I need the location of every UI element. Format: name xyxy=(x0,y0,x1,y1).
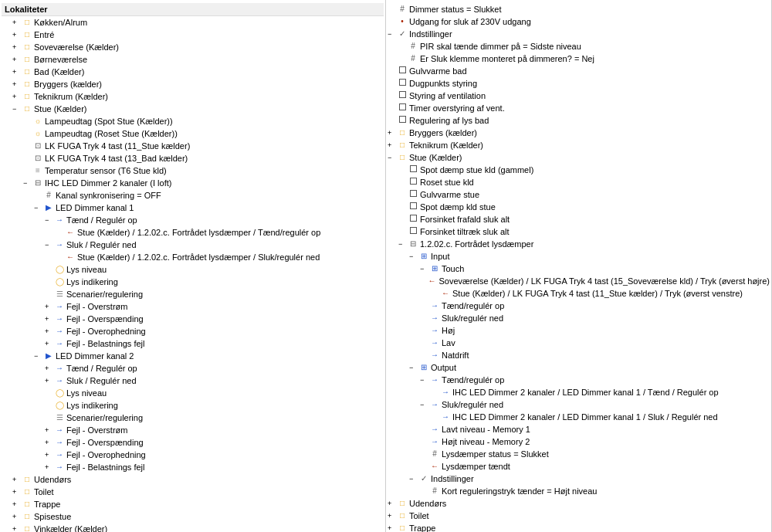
tree-item-forsinket_tiltraek[interactable]: Forsinket tiltræk sluk alt xyxy=(388,225,770,238)
item-label-sluk_ned_r: Sluk/regulér ned xyxy=(442,313,503,324)
tree-item-sluk_reg_ned2[interactable]: +→Sluk / Regulér ned xyxy=(2,374,384,387)
tree-item-roset_stue[interactable]: Roset stue kld xyxy=(388,176,770,188)
tree-item-lysdaemper_taendt[interactable]: ←Lysdæmper tændt xyxy=(388,460,770,473)
tree-item-ihc_dimmer[interactable]: −⊟IHC LED Dimmer 2 kanaler (I loft) xyxy=(2,177,384,189)
right-panel[interactable]: #Dimmer status = Slukket •Udgang for slu… xyxy=(386,0,772,532)
tree-item-spot_daem[interactable]: Spot dæmp stue kld (gammel) xyxy=(388,164,770,176)
tree-item-taend_op_r[interactable]: →Tænd/regulér op xyxy=(388,300,770,312)
tree-item-styring_vent[interactable]: Styring af ventilation xyxy=(388,90,770,102)
tree-item-sovev_tryk[interactable]: ←Soveværelse (Kælder) / LK FUGA Tryk 4 t… xyxy=(388,275,770,287)
tree-item-udendors_r[interactable]: +□Udendørs xyxy=(388,497,770,510)
item-label-trappe_r: Trappe xyxy=(409,523,435,532)
tree-item-entre[interactable]: +□Entré xyxy=(2,29,384,41)
tree-item-fejl_bel1[interactable]: +→Fejl - Belastnings fejl xyxy=(2,337,384,350)
tree-item-pir_taend[interactable]: #PIR skal tænde dimmer på = Sidste nivea… xyxy=(388,40,770,53)
tree-item-fejl_over5[interactable]: +→Fejl - Overspænding xyxy=(2,436,384,449)
tree-item-taend_reg_out_sub[interactable]: →IHC LED Dimmer 2 kanaler / LED Dimmer k… xyxy=(388,386,770,398)
tree-item-timer_over[interactable]: Timer overstyring af vent. xyxy=(388,102,770,114)
tree-item-toilet_r[interactable]: +□Toilet xyxy=(388,510,770,522)
tree-item-bad[interactable]: +□Bad (Kælder) xyxy=(2,66,384,78)
tree-item-taend_reg_op1[interactable]: −→Tænd / Regulér op xyxy=(2,214,384,226)
tree-item-hoj_r[interactable]: →Høj xyxy=(388,324,770,337)
tree-item-udendors[interactable]: +□Udendørs xyxy=(2,473,384,486)
tree-item-fejl_over2[interactable]: +→Fejl - Overspænding xyxy=(2,313,384,325)
tree-item-bryggers[interactable]: +□Bryggers (kælder) xyxy=(2,78,384,90)
tree-item-sluk_ned_r[interactable]: →Sluk/regulér ned xyxy=(388,312,770,324)
tree-item-regulering_lys[interactable]: Regulering af lys bad xyxy=(388,114,770,127)
tree-item-spisestu[interactable]: +□Spisestue xyxy=(2,510,384,523)
tree-item-indstillinger_r1[interactable]: −✓Indstillinger xyxy=(388,28,770,40)
tree-item-trappe[interactable]: +□Trappe xyxy=(2,498,384,510)
item-label-hojt_memory2: Højt niveau - Memory 2 xyxy=(442,436,530,447)
item-label-output_r: Output xyxy=(431,362,456,373)
tree-item-stue[interactable]: −□Stue (Kælder) xyxy=(2,103,384,115)
item-label-forsinket_frafald: Forsinket frafald sluk alt xyxy=(420,214,510,225)
tree-item-scenarier1[interactable]: ☰Scenarier/regulering xyxy=(2,288,384,300)
tree-item-lampeudtag1[interactable]: ☼Lampeudtag (Spot Stue (Kælder)) xyxy=(2,115,384,127)
item-label-taend_reg_op1: Tænd / Regulér op xyxy=(66,215,137,225)
tree-item-lys_niveau1[interactable]: ◯Lys niveau xyxy=(2,263,384,276)
tree-item-dugpunkt[interactable]: Dugpunkts styring xyxy=(388,77,770,90)
tree-item-spot_daem2[interactable]: Spot dæmp kld stue xyxy=(388,201,770,213)
tree-item-lys_ind2[interactable]: ◯Lys indikering xyxy=(2,399,384,412)
tree-item-gulvvarme_bad[interactable]: Gulvvarme bad xyxy=(388,65,770,77)
tree-item-tempsensor[interactable]: ≡Temperatur sensor (T6 Stue kld) xyxy=(2,164,384,177)
tree-item-fejl_over3[interactable]: +→Fejl - Overophedning xyxy=(2,325,384,337)
tree-item-taend_reg_op1_sub[interactable]: ←Stue (Kælder) / 1.2.02.c. Fortrådet lys… xyxy=(2,226,384,239)
item-label-bryggers_r: Bryggers (kælder) xyxy=(409,127,477,138)
tree-item-gulvvarme_stue[interactable]: Gulvvarme stue xyxy=(388,188,770,201)
tree-item-toilet[interactable]: +□Toilet xyxy=(2,486,384,498)
left-panel[interactable]: Lokaliteter +□Køkken/Alrum+□Entré+□Sovev… xyxy=(0,0,386,532)
tree-item-forsinket_frafald[interactable]: Forsinket frafald sluk alt xyxy=(388,213,770,225)
tree-item-taend_reg_op2[interactable]: +→Tænd / Regulér op xyxy=(2,362,384,374)
tree-item-lampeudtag2[interactable]: ☼Lampeudtag (Roset Stue (Kælder)) xyxy=(2,127,384,140)
tree-item-sluk_reg_ned1[interactable]: −→Sluk / Regulér ned xyxy=(2,239,384,251)
tree-item-lav_r[interactable]: →Lav xyxy=(388,337,770,349)
tree-item-fejl_over6[interactable]: +→Fejl - Overophedning xyxy=(2,449,384,461)
tree-item-sovev[interactable]: +□Soveværelse (Kælder) xyxy=(2,41,384,53)
tree-item-udgang_sluk[interactable]: •Udgang for sluk af 230V udgang xyxy=(388,15,770,28)
tree-item-lysdaemper_status[interactable]: #Lysdæmper status = Slukket xyxy=(388,448,770,460)
tree-item-taend_reg_out[interactable]: −→Tænd/regulér op xyxy=(388,374,770,386)
tree-item-input_r[interactable]: −⊞Input xyxy=(388,250,770,263)
tree-item-lavt_memory1[interactable]: →Lavt niveau - Memory 1 xyxy=(388,423,770,435)
item-label-taend_op_r: Tænd/regulér op xyxy=(442,300,504,311)
tree-item-vinkaelder[interactable]: +□Vinkælder (Kælder) xyxy=(2,523,384,532)
tree-item-sluk_reg_out[interactable]: −→Sluk/regulér ned xyxy=(388,398,770,411)
tree-item-teknikrum_r[interactable]: +□Teknikrum (Kælder) xyxy=(388,139,770,151)
tree-item-fejl_over4[interactable]: +→Fejl - Overstrøm xyxy=(2,424,384,436)
tree-item-bryggers_r[interactable]: +□Bryggers (kælder) xyxy=(388,127,770,139)
tree-item-output_r[interactable]: −⊞Output xyxy=(388,361,770,374)
tree-item-stue_tryk[interactable]: ←Stue (Kælder) / LK FUGA Tryk 4 tast (11… xyxy=(388,287,770,300)
tree-item-lys_ind1[interactable]: ◯Lys indikering xyxy=(2,276,384,288)
tree-item-indstillinger_r2[interactable]: −✓Indstillinger xyxy=(388,473,770,485)
tree-item-fejl_over1[interactable]: +→Fejl - Overstrøm xyxy=(2,300,384,313)
tree-item-koekken[interactable]: +□Køkken/Alrum xyxy=(2,16,384,29)
tree-item-stue_r[interactable]: −□Stue (Kælder) xyxy=(388,151,770,164)
tree-item-kanal_sync[interactable]: #Kanal synkronisering = OFF xyxy=(2,189,384,202)
tree-item-sluk_reg_ned1_sub[interactable]: ←Stue (Kælder) / 1.2.02.c. Fortrådet lys… xyxy=(2,251,384,263)
tree-item-natdrift_r[interactable]: →Natdrift xyxy=(388,349,770,361)
tree-item-hojt_memory2[interactable]: →Højt niveau - Memory 2 xyxy=(388,435,770,448)
tree-item-lysdaemper_1202[interactable]: −⊟1.2.02.c. Fortrådet lysdæmper xyxy=(388,238,770,250)
tree-item-sluk_reg_out_sub[interactable]: →IHC LED Dimmer 2 kanaler / LED Dimmer k… xyxy=(388,411,770,423)
tree-item-barnev[interactable]: +□Børneværelse xyxy=(2,53,384,66)
tree-item-led_kanal1[interactable]: −▶LED Dimmer kanal 1 xyxy=(2,202,384,214)
tree-item-er_sluk[interactable]: #Er Sluk klemme monteret på dimmeren? = … xyxy=(388,53,770,65)
tree-item-scenarier2[interactable]: ☰Scenarier/regulering xyxy=(2,412,384,424)
tree-item-trappe_r[interactable]: +□Trappe xyxy=(388,522,770,532)
tree-item-kort_reg[interactable]: #Kort reguleringstryk tænder = Højt nive… xyxy=(388,485,770,497)
item-label-lysdaemper_1202: 1.2.02.c. Fortrådet lysdæmper xyxy=(420,239,533,249)
tree-item-teknikrum[interactable]: +□Teknikrum (Kælder) xyxy=(2,90,384,103)
item-label-led_kanal2: LED Dimmer kanal 2 xyxy=(56,351,134,361)
tree-item-dimmer_status[interactable]: #Dimmer status = Slukket xyxy=(388,3,770,15)
item-label-touch_r: Touch xyxy=(442,263,464,274)
tree-item-lys_niveau2[interactable]: ◯Lys niveau xyxy=(2,387,384,399)
item-label-sovev_tryk: Soveværelse (Kælder) / LK FUGA Tryk 4 ta… xyxy=(438,276,770,286)
tree-item-led_kanal2[interactable]: −▶LED Dimmer kanal 2 xyxy=(2,350,384,362)
item-label-lys_niveau2: Lys niveau xyxy=(66,388,107,398)
tree-item-lkfuga1[interactable]: ⊡LK FUGA Tryk 4 tast (11_Stue kælder) xyxy=(2,140,384,152)
tree-item-lkfuga2[interactable]: ⊡LK FUGA Tryk 4 tast (13_Bad kælder) xyxy=(2,152,384,164)
tree-item-fejl_bel2[interactable]: +→Fejl - Belastnings fejl xyxy=(2,461,384,473)
tree-item-touch_r[interactable]: −⊞Touch xyxy=(388,263,770,275)
